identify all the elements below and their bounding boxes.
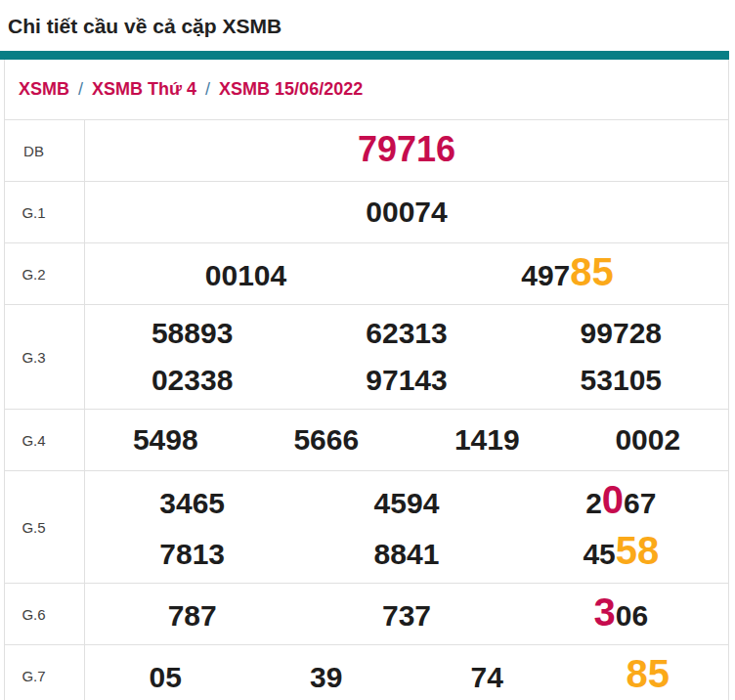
value-line: 0010449785 <box>85 249 728 298</box>
prize-value: 8841 <box>299 532 513 577</box>
digits: 97143 <box>366 364 447 396</box>
prize-values: 588936231399728023389714353105 <box>85 305 728 409</box>
results-panel: XSMB/XSMB Thứ 4/XSMB 15/06/2022 DB79716G… <box>4 60 729 700</box>
value-line: 00074 <box>85 190 728 235</box>
breadcrumb-link[interactable]: XSMB 15/06/2022 <box>219 79 363 100</box>
digits: 2 <box>585 487 602 519</box>
prize-value: 4558 <box>514 528 728 577</box>
prize-value: 0002 <box>568 417 729 462</box>
prize-value: 4594 <box>299 481 513 526</box>
prize-value: 02338 <box>85 358 299 403</box>
value-line: 781388414558 <box>85 528 728 577</box>
breadcrumb-link[interactable]: XSMB <box>19 79 69 100</box>
digits: 5666 <box>293 423 359 456</box>
prize-label: G.3 <box>5 305 85 409</box>
table-row: G.705397485 <box>5 645 728 700</box>
page-title: Chi tiết cầu về cả cặp XSMB <box>8 14 735 39</box>
prize-values: 346545942067781388414558 <box>85 471 728 583</box>
value-line: 787737306 <box>85 590 728 638</box>
digits: 02338 <box>151 364 233 396</box>
breadcrumb-link[interactable]: XSMB Thứ 4 <box>92 79 196 100</box>
digits: 62313 <box>366 317 447 349</box>
digits: 737 <box>382 599 431 632</box>
prize-value: 62313 <box>299 311 513 356</box>
value-line: 05397485 <box>85 651 728 700</box>
digits: 0002 <box>615 423 680 456</box>
digits: 1419 <box>454 423 520 456</box>
prize-label: G.2 <box>5 243 85 304</box>
digits: 787 <box>168 599 217 632</box>
digits: 00074 <box>366 196 447 228</box>
digits: 497 <box>521 259 570 291</box>
prize-label: DB <box>5 120 85 181</box>
prize-label: G.5 <box>5 471 85 583</box>
prize-value: 97143 <box>299 358 513 403</box>
digits: 8841 <box>374 538 440 570</box>
digits: 05 <box>150 661 182 693</box>
breadcrumb: XSMB/XSMB Thứ 4/XSMB 15/06/2022 <box>5 60 728 120</box>
value-line: 023389714353105 <box>85 358 728 403</box>
highlighted-digits: 85 <box>570 250 614 293</box>
table-row: G.100074 <box>5 182 728 243</box>
prize-label: G.1 <box>5 182 85 242</box>
table-row: DB79716 <box>5 120 728 182</box>
highlighted-digits: 79716 <box>358 129 455 169</box>
value-line: 5498566614190002 <box>85 417 728 462</box>
digits: 7813 <box>159 538 225 570</box>
prize-label: G.4 <box>5 410 85 470</box>
table-row: G.20010449785 <box>5 243 728 305</box>
highlighted-digits: 3 <box>594 591 616 634</box>
digits: 3465 <box>159 487 225 519</box>
teal-accent-bar <box>0 51 729 60</box>
prize-value: 737 <box>299 593 513 638</box>
digits: 45 <box>583 538 615 570</box>
prize-value: 2067 <box>514 477 728 526</box>
table-row: G.5346545942067781388414558 <box>5 471 728 584</box>
value-line: 588936231399728 <box>85 311 728 356</box>
prize-value: 3465 <box>85 481 299 526</box>
prize-label: G.6 <box>5 584 85 644</box>
prize-value: 1419 <box>407 417 568 462</box>
prize-value: 74 <box>407 655 568 700</box>
prize-values: 787737306 <box>85 584 728 644</box>
prize-value: 85 <box>568 651 729 700</box>
digits: 06 <box>616 599 648 632</box>
prize-table: DB79716G.100074G.20010449785G.3588936231… <box>5 120 728 700</box>
table-row: G.3588936231399728023389714353105 <box>5 305 728 410</box>
digits: 99728 <box>581 317 662 349</box>
digits: 4594 <box>374 487 440 519</box>
digits: 39 <box>310 661 342 693</box>
highlighted-digits: 0 <box>602 478 624 521</box>
prize-value: 5666 <box>246 417 408 462</box>
digits: 74 <box>471 661 503 693</box>
highlighted-digits: 85 <box>627 652 670 695</box>
digits: 5498 <box>133 423 198 456</box>
prize-value: 306 <box>514 590 728 638</box>
value-line: 79716 <box>85 127 728 174</box>
prize-label: G.7 <box>5 645 85 700</box>
value-line: 346545942067 <box>85 477 728 526</box>
prize-value: 58893 <box>85 311 299 356</box>
breadcrumb-separator: / <box>205 79 210 100</box>
prize-values: 5498566614190002 <box>85 410 728 470</box>
prize-values: 05397485 <box>85 645 728 700</box>
prize-value: 39 <box>246 655 408 700</box>
breadcrumb-separator: / <box>78 79 83 100</box>
highlighted-digits: 58 <box>616 529 660 572</box>
prize-values: 00074 <box>85 182 728 242</box>
prize-value: 79716 <box>85 127 728 174</box>
prize-value: 00074 <box>85 190 728 235</box>
prize-value: 49785 <box>407 249 728 298</box>
digits: 58893 <box>151 317 233 349</box>
lottery-results-page: Chi tiết cầu về cả cặp XSMB XSMB/XSMB Th… <box>0 14 735 700</box>
digits: 67 <box>624 487 656 519</box>
prize-values: 0010449785 <box>85 243 728 304</box>
prize-value: 53105 <box>514 358 728 403</box>
table-row: G.45498566614190002 <box>5 410 728 471</box>
digits: 53105 <box>581 364 662 396</box>
table-row: G.6787737306 <box>5 584 728 645</box>
prize-value: 7813 <box>85 532 299 577</box>
prize-value: 99728 <box>514 311 728 356</box>
prize-values: 79716 <box>85 120 728 181</box>
prize-value: 05 <box>85 655 246 700</box>
